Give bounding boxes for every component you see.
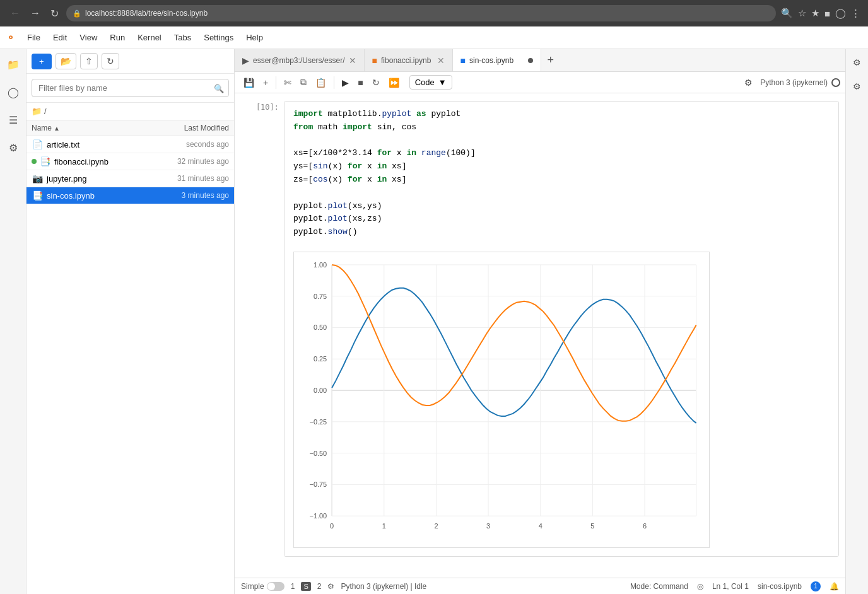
cell-area: [10]: import matplotlib.pyplot as pyplot…: [235, 93, 845, 578]
status-icon-s[interactable]: S: [301, 582, 310, 591]
menu-view[interactable]: View: [74, 30, 102, 45]
new-button[interactable]: +: [32, 54, 52, 69]
cut-button[interactable]: ✄: [280, 75, 295, 90]
cell-type-select[interactable]: Code ▼: [409, 75, 452, 90]
text-file-icon: 📄: [32, 139, 43, 149]
menu-tabs[interactable]: Tabs: [169, 30, 196, 45]
toggle-thumb: [267, 583, 275, 590]
separator-2: [334, 76, 334, 89]
kernel-info: Python 3 (ipykernel): [760, 78, 840, 87]
kernel-status: Python 3 (ipykernel) | Idle: [341, 582, 426, 591]
menu-kernel[interactable]: Kernel: [132, 30, 167, 45]
activity-git-icon[interactable]: ☰: [3, 110, 23, 130]
filter-box: 🔍: [26, 74, 234, 103]
menu-bar: ⚬ File Edit View Run Kernel Tabs Setting…: [0, 26, 868, 49]
reload-button[interactable]: ↻: [48, 5, 61, 22]
forward-button[interactable]: →: [28, 5, 43, 21]
menu-icon[interactable]: ⋮: [851, 8, 860, 19]
menu-run[interactable]: Run: [105, 30, 130, 45]
status-filename: sin-cos.ipynb: [758, 582, 802, 591]
svg-text:1.00: 1.00: [314, 261, 327, 269]
status-bar: Simple 1 S 2 ⚙ Python 3 (ipykernel) | Id…: [235, 578, 845, 594]
sidebar-toolbar: + 📂 ⇧ ↻: [26, 49, 234, 74]
file-item-jupyter[interactable]: 📷 jupyter.png 31 minutes ago: [26, 170, 234, 187]
search-icon: 🔍: [214, 83, 224, 93]
copy-button[interactable]: ⧉: [296, 74, 310, 90]
activity-bar: 📁 ◯ ☰ ⚙: [0, 49, 26, 594]
upload-button[interactable]: ⇧: [80, 53, 98, 69]
nb-orange-icon: ■: [372, 55, 377, 66]
menu-edit[interactable]: Edit: [48, 30, 72, 45]
activity-files-icon[interactable]: 📁: [3, 54, 23, 74]
sin-cos-chart: 1.00 0.75 0.50 0.25 0.00 −0.25 −0.50 −0.…: [293, 252, 710, 548]
run-button[interactable]: ▶: [338, 75, 353, 90]
sort-icon: ▲: [54, 125, 60, 132]
main-content: 📁 ◯ ☰ ⚙ + 📂 ⇧ ↻ 🔍: [0, 49, 868, 594]
menu-help[interactable]: Help: [241, 30, 268, 45]
tab-close-fibonacci[interactable]: ✕: [437, 56, 445, 65]
back-button[interactable]: ←: [8, 5, 23, 21]
svg-text:−0.50: −0.50: [309, 450, 327, 457]
paste-button[interactable]: 📋: [312, 75, 330, 90]
file-list: 📄 article.txt seconds ago 📑 fibonacci.ip…: [26, 136, 234, 594]
restart-button[interactable]: ↻: [368, 75, 384, 90]
search-icon[interactable]: 🔍: [781, 8, 793, 19]
profile-icon[interactable]: ◯: [835, 8, 846, 19]
fast-forward-button[interactable]: ⏩: [385, 75, 403, 90]
right-settings-icon[interactable]: ⚙: [849, 54, 865, 71]
svg-rect-0: [294, 252, 708, 547]
open-folder-button[interactable]: 📂: [56, 53, 76, 69]
svg-text:−0.75: −0.75: [309, 480, 327, 488]
refresh-button[interactable]: ↻: [102, 53, 119, 69]
tab-fibonacci[interactable]: ■ fibonacci.ipynb ✕: [365, 49, 453, 71]
cell-code: import matplotlib.pyplot as pyplot from …: [284, 102, 838, 245]
notification-badge[interactable]: 1: [811, 581, 821, 591]
extension-icon[interactable]: ■: [824, 8, 830, 19]
separator-1: [276, 76, 276, 89]
file-item-article[interactable]: 📄 article.txt seconds ago: [26, 136, 234, 153]
file-item-sin-cos[interactable]: 📑 sin-cos.ipynb 3 minutes ago: [26, 187, 234, 204]
notebook-area: ▶ esser@mbp3:/Users/esser/ ✕ ■ fibonacci…: [235, 49, 845, 594]
cell-content[interactable]: import matplotlib.pyplot as pyplot from …: [284, 101, 839, 557]
svg-text:3: 3: [486, 522, 490, 530]
simple-toggle[interactable]: Simple: [241, 582, 284, 591]
save-button[interactable]: 💾: [240, 75, 258, 90]
address-bar[interactable]: 🔒 localhost:8888/lab/tree/sin-cos.ipynb: [66, 5, 776, 21]
file-browser-sidebar: + 📂 ⇧ ↻ 🔍 📁 / Name: [26, 49, 235, 594]
add-tab-button[interactable]: +: [541, 49, 561, 71]
bell-icon[interactable]: 🔔: [830, 582, 839, 591]
activity-running-icon[interactable]: ◯: [3, 82, 23, 102]
star-icon[interactable]: ★: [811, 8, 819, 19]
notebook-blue-icon: 📑: [32, 190, 43, 201]
bookmark-icon[interactable]: ☆: [798, 8, 806, 19]
kernel-settings-button[interactable]: ⚙: [741, 75, 756, 90]
app-layout: ⚬ File Edit View Run Kernel Tabs Setting…: [0, 26, 868, 594]
activity-extensions-icon[interactable]: ⚙: [3, 137, 23, 158]
svg-text:2: 2: [434, 522, 438, 530]
notebook-orange-icon: 📑: [39, 156, 50, 166]
toggle-track: [267, 582, 284, 591]
tab-sin-cos[interactable]: ■ sin-cos.ipynb: [453, 49, 541, 72]
svg-text:6: 6: [643, 522, 647, 530]
stop-button[interactable]: ■: [354, 75, 367, 90]
plus-icon: +: [39, 57, 44, 66]
filter-wrap: 🔍: [32, 79, 229, 97]
settings-gear-icon[interactable]: ⚙: [327, 582, 334, 591]
modified-dot: [528, 58, 533, 63]
svg-text:0.25: 0.25: [314, 355, 327, 363]
filter-input[interactable]: [32, 79, 229, 97]
menu-file[interactable]: File: [22, 30, 45, 45]
error-icon: ◎: [697, 582, 703, 591]
tab-terminal[interactable]: ▶ esser@mbp3:/Users/esser/ ✕: [235, 49, 365, 71]
status-icon-2: 2: [317, 582, 322, 591]
file-item-fibonacci[interactable]: 📑 fibonacci.ipynb 32 minutes ago: [26, 153, 234, 170]
menu-settings[interactable]: Settings: [199, 30, 238, 45]
right-panel: ⚙ ⚙: [845, 49, 868, 594]
tab-close-terminal[interactable]: ✕: [349, 56, 356, 65]
file-list-header: Name ▲ Last Modified: [26, 120, 234, 136]
terminal-icon: ▶: [242, 55, 249, 66]
add-cell-button[interactable]: +: [259, 75, 272, 90]
tab-bar: ▶ esser@mbp3:/Users/esser/ ✕ ■ fibonacci…: [235, 49, 845, 72]
kernel-status-circle: [831, 78, 840, 87]
right-panel-icon2[interactable]: ⚙: [849, 78, 865, 95]
